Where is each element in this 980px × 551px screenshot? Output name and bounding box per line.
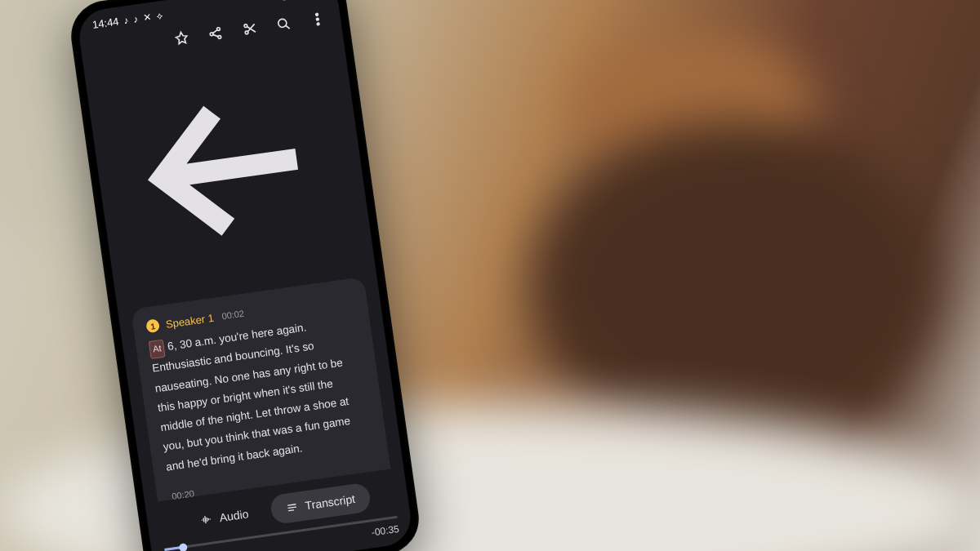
battery-text: 90% <box>301 0 323 2</box>
segment-1-text: 6, 30 a.m. you're here again. Enthusiast… <box>151 321 351 473</box>
speaker-name: Speaker 1 <box>165 311 215 330</box>
svg-point-6 <box>244 24 247 28</box>
share-icon[interactable] <box>207 24 225 43</box>
segment-timestamp-1: 00:02 <box>221 309 245 322</box>
scissors-icon[interactable] <box>240 20 259 38</box>
svg-point-5 <box>218 35 221 38</box>
tiktok-icon: ♪ <box>122 15 129 25</box>
tab-transcript-label: Transcript <box>305 492 356 512</box>
x-icon: ✕ <box>142 11 152 22</box>
wifi-icon <box>278 0 279 5</box>
transcript-lines-icon <box>285 500 300 515</box>
speaker-badge: 1 <box>145 318 160 333</box>
tab-audio-label: Audio <box>219 507 250 524</box>
tab-transcript[interactable]: Transcript <box>270 482 372 526</box>
waveform-icon <box>199 512 214 527</box>
at-chip: At <box>149 340 166 359</box>
time-remaining: -00:35 <box>371 523 400 539</box>
transcript-card: 1 Speaker 1 00:02 At6, 30 a.m. you're he… <box>131 277 403 504</box>
svg-point-11 <box>317 23 319 25</box>
svg-point-9 <box>316 13 318 16</box>
transcript-segment-1[interactable]: At6, 30 a.m. you're here again. Enthusia… <box>148 311 374 478</box>
tiktok-icon-2: ♪ <box>132 14 139 24</box>
notification-icon: ⟡ <box>155 11 163 21</box>
search-icon[interactable] <box>274 15 293 33</box>
overflow-menu-icon[interactable] <box>309 10 327 29</box>
clock-text: 14:44 <box>91 16 119 31</box>
battery-icon <box>281 0 299 4</box>
tab-audio[interactable]: Audio <box>184 497 265 537</box>
seek-handle[interactable] <box>179 543 188 551</box>
svg-point-10 <box>316 18 318 20</box>
star-icon[interactable] <box>172 29 191 48</box>
svg-point-7 <box>245 31 248 34</box>
